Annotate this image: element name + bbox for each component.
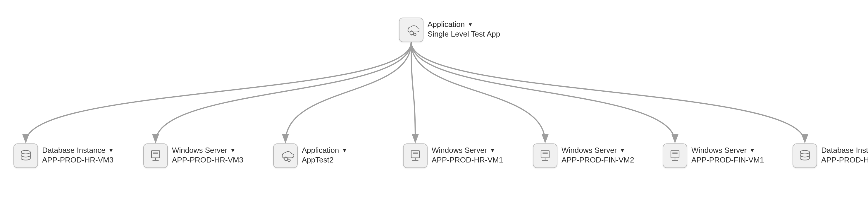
child-label-block: Windows Server ▼ APP-PROD-HR-VM1 [432, 143, 503, 165]
child-label-block: Windows Server ▼ APP-PROD-FIN-VM2 [561, 143, 634, 165]
child-type-label: Windows Server [561, 146, 617, 155]
child-type-label: Windows Server [432, 146, 487, 155]
server-icon[interactable] [533, 143, 557, 168]
child-node[interactable]: Application ▼ AppTest2 [273, 143, 347, 168]
child-node[interactable]: Windows Server ▼ APP-PROD-FIN-VM2 [533, 143, 634, 168]
root-label-block: Application ▼ Single Level Test App [428, 18, 500, 39]
server-icon[interactable] [403, 143, 428, 168]
connector-edge [411, 42, 415, 142]
child-name-label: APP-PROD-FIN-VM2 [561, 155, 634, 165]
root-type-label: Application [428, 20, 465, 29]
chevron-down-icon[interactable]: ▼ [230, 148, 236, 153]
connector-edge [411, 42, 805, 142]
chevron-down-icon[interactable]: ▼ [749, 148, 755, 153]
child-node[interactable]: Database Instance ▼ APP-PROD-HR-VM3 [13, 143, 114, 168]
child-type-label: Windows Server [172, 146, 227, 155]
application-icon[interactable] [399, 18, 424, 42]
database-icon[interactable] [793, 143, 817, 168]
root-node[interactable]: Application ▼ Single Level Test App [399, 18, 500, 42]
chevron-down-icon[interactable]: ▼ [342, 148, 347, 153]
child-node[interactable]: Windows Server ▼ APP-PROD-HR-VM1 [403, 143, 503, 168]
child-type-label: Application [302, 146, 339, 155]
connector-edge [411, 42, 675, 142]
root-name-label: Single Level Test App [428, 30, 500, 39]
child-label-block: Windows Server ▼ APP-PROD-FIN-VM1 [691, 143, 764, 165]
child-node[interactable]: Windows Server ▼ APP-PROD-FIN-VM1 [663, 143, 764, 168]
database-icon[interactable] [13, 143, 38, 168]
child-label-block: Database Instance ▼ APP-PROD-HR-VM1 [821, 143, 868, 165]
child-label-block: Windows Server ▼ APP-PROD-HR-VM3 [172, 143, 243, 165]
child-node[interactable]: Windows Server ▼ APP-PROD-HR-VM3 [143, 143, 243, 168]
child-type-label: Database Instance [42, 146, 105, 155]
chevron-down-icon[interactable]: ▼ [108, 148, 114, 153]
connector-edge [156, 42, 411, 142]
child-name-label: APP-PROD-HR-VM3 [42, 155, 114, 165]
child-name-label: AppTest2 [302, 155, 347, 165]
connector-edge [285, 42, 411, 142]
child-label-block: Database Instance ▼ APP-PROD-HR-VM3 [42, 143, 114, 165]
connector-edge [26, 42, 411, 142]
child-name-label: APP-PROD-HR-VM3 [172, 155, 243, 165]
application-icon[interactable] [273, 143, 298, 168]
connector-edge [411, 42, 545, 142]
server-icon[interactable] [663, 143, 687, 168]
chevron-down-icon[interactable]: ▼ [468, 22, 473, 27]
chevron-down-icon[interactable]: ▼ [620, 148, 625, 153]
child-name-label: APP-PROD-HR-VM1 [432, 155, 503, 165]
child-type-label: Database Instance [821, 146, 868, 155]
child-label-block: Application ▼ AppTest2 [302, 143, 347, 165]
child-type-label: Windows Server [691, 146, 747, 155]
child-name-label: APP-PROD-HR-VM1 [821, 155, 868, 165]
child-name-label: APP-PROD-FIN-VM1 [691, 155, 764, 165]
chevron-down-icon[interactable]: ▼ [490, 148, 495, 153]
server-icon[interactable] [143, 143, 168, 168]
child-node[interactable]: Database Instance ▼ APP-PROD-HR-VM1 [793, 143, 868, 168]
